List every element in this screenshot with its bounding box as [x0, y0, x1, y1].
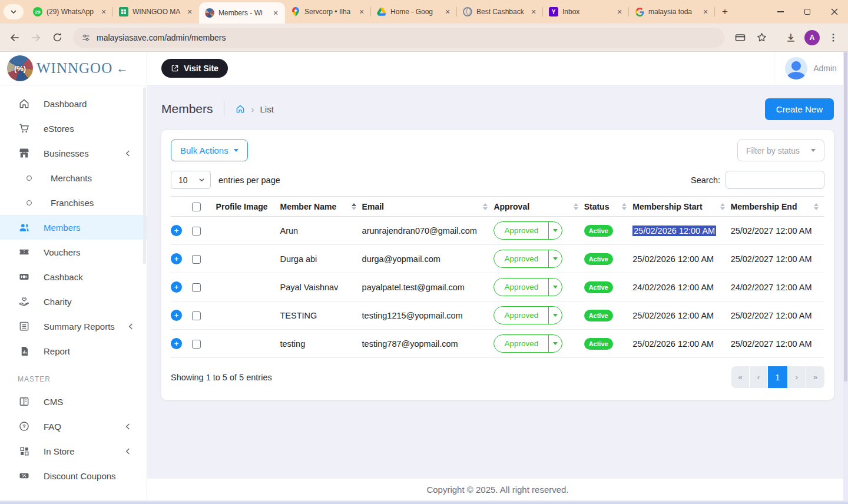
sidebar-item-summary-reports[interactable]: Summary Reports: [0, 314, 147, 339]
sidebar-scrollbar[interactable]: [143, 87, 146, 264]
sidebar-item-members[interactable]: Members: [0, 215, 147, 240]
tab-drive[interactable]: Home - Goog ✕: [371, 2, 457, 22]
sidebar-item-charity[interactable]: Charity: [0, 289, 147, 314]
logo[interactable]: (%) WINNGOO ←: [0, 52, 147, 85]
tab-maps[interactable]: Servcorp • Ilha ✕: [285, 2, 371, 22]
col-status[interactable]: Status: [584, 197, 633, 217]
admin-menu[interactable]: Admin: [774, 52, 848, 85]
membership-start-cell: 24/02/2026 12:00 AM: [632, 273, 730, 301]
tab-google[interactable]: malaysia toda ✕: [629, 2, 715, 22]
row-checkbox[interactable]: [192, 283, 201, 292]
approval-split-button[interactable]: Approved: [493, 250, 562, 268]
approval-split-button[interactable]: Approved: [493, 334, 562, 353]
bookmark-star-icon[interactable]: [753, 29, 770, 47]
sidebar-item-merchants[interactable]: Merchants: [0, 165, 147, 190]
approval-dropdown-toggle[interactable]: [548, 278, 562, 296]
window-minimize-button[interactable]: [767, 0, 794, 24]
close-icon[interactable]: ✕: [529, 7, 538, 16]
approval-dropdown-toggle[interactable]: [548, 335, 562, 352]
col-email[interactable]: Email: [362, 197, 494, 217]
tab-whatsapp[interactable]: 29 (29) WhatsApp ✕: [27, 2, 113, 22]
member-name-cell: TESTING: [280, 301, 362, 330]
approval-split-button[interactable]: Approved: [493, 306, 562, 324]
address-bar[interactable]: malaysiasave.com/admin/members: [73, 28, 724, 48]
collapse-sidebar-arrow-icon[interactable]: ←: [116, 62, 128, 74]
browser-profile-avatar[interactable]: A: [803, 29, 821, 47]
expand-row-button[interactable]: +: [171, 281, 182, 293]
close-icon[interactable]: ✕: [185, 7, 194, 16]
pagination-page-1-button[interactable]: 1: [768, 366, 788, 388]
col-member-name[interactable]: Member Name: [280, 197, 362, 217]
tab-search-button[interactable]: [4, 4, 24, 19]
tab-members-active[interactable]: Members - Wi ✕: [199, 2, 285, 24]
pagination-next-button[interactable]: ›: [788, 366, 806, 388]
new-tab-button[interactable]: +: [717, 4, 733, 19]
row-checkbox[interactable]: [192, 255, 201, 264]
forward-button[interactable]: [27, 29, 45, 47]
entries-per-page-select[interactable]: 10: [171, 171, 211, 189]
visit-site-button[interactable]: Visit Site: [161, 59, 228, 78]
sidebar-item-franchises[interactable]: Franchises: [0, 190, 147, 215]
sidebar-item-businesses[interactable]: Businesses: [0, 141, 147, 165]
tab-cashback[interactable]: Best Cashback ✕: [457, 2, 543, 22]
bulk-actions-button[interactable]: Bulk Actions: [171, 140, 248, 161]
pagination-prev-button[interactable]: ‹: [750, 366, 768, 388]
sidebar-item-vouchers[interactable]: Vouchers: [0, 240, 147, 264]
sort-icon[interactable]: [569, 203, 578, 210]
sidebar-item-cashback[interactable]: Cashback: [0, 264, 147, 289]
pagination-first-button[interactable]: «: [731, 366, 750, 388]
approval-dropdown-toggle[interactable]: [548, 307, 562, 324]
content-area: Members › List Create New Bulk Actions F: [147, 85, 848, 478]
pagination-last-button[interactable]: »: [806, 366, 824, 388]
payment-methods-icon[interactable]: [731, 29, 749, 47]
reload-button[interactable]: [48, 29, 66, 47]
window-close-button[interactable]: [821, 0, 848, 24]
approval-dropdown-toggle[interactable]: [548, 250, 562, 267]
row-checkbox[interactable]: [192, 311, 201, 320]
col-membership-start[interactable]: Membership Start: [632, 197, 730, 217]
expand-row-button[interactable]: +: [171, 338, 182, 349]
close-icon[interactable]: ✕: [615, 7, 624, 16]
sidebar-item-dashboard[interactable]: Dashboard: [0, 91, 147, 116]
sort-icon[interactable]: [617, 203, 627, 210]
col-membership-end[interactable]: Membership End: [731, 197, 824, 217]
select-all-checkbox[interactable]: [192, 203, 201, 211]
close-icon[interactable]: ✕: [99, 7, 108, 16]
breadcrumb-home-icon[interactable]: [235, 104, 246, 114]
close-icon[interactable]: ✕: [701, 7, 710, 16]
close-icon[interactable]: ✕: [357, 7, 366, 16]
row-checkbox[interactable]: [192, 227, 201, 236]
col-approval[interactable]: Approval: [493, 197, 584, 217]
row-checkbox[interactable]: [192, 340, 201, 349]
expand-row-button[interactable]: +: [171, 225, 182, 236]
sort-icon[interactable]: [716, 203, 725, 210]
filter-by-status-select[interactable]: Filter by status: [737, 140, 824, 161]
create-new-button[interactable]: Create New: [765, 98, 834, 120]
sidebar-item-estores[interactable]: eStores: [0, 116, 147, 141]
approval-dropdown-toggle[interactable]: [548, 222, 562, 239]
download-icon[interactable]: [782, 29, 800, 47]
expand-row-button[interactable]: +: [171, 253, 182, 264]
close-icon[interactable]: ✕: [271, 8, 280, 18]
sidebar-item-discount-coupons[interactable]: Discount Coupons: [0, 463, 147, 488]
tab-inbox[interactable]: Y Inbox ✕: [543, 2, 629, 22]
caret-down-icon: [553, 286, 558, 289]
sidebar-item-faq[interactable]: ? FAQ: [0, 414, 147, 439]
sidebar-item-report[interactable]: Report: [0, 339, 147, 363]
expand-row-button[interactable]: +: [171, 310, 182, 321]
close-icon[interactable]: ✕: [443, 7, 452, 16]
sidebar-item-cms[interactable]: CMS: [0, 389, 147, 414]
back-button[interactable]: [6, 29, 24, 47]
window-maximize-button[interactable]: [794, 0, 821, 24]
scrollbar-thumb[interactable]: [844, 52, 847, 382]
sidebar-item-in-store[interactable]: In Store: [0, 439, 147, 463]
sort-icon[interactable]: [347, 203, 356, 210]
sort-icon[interactable]: [809, 203, 819, 210]
approval-split-button[interactable]: Approved: [493, 278, 562, 296]
search-input[interactable]: [726, 171, 824, 189]
tab-sheets[interactable]: WINNGOO MA ✕: [113, 2, 199, 22]
approval-split-button[interactable]: Approved: [493, 221, 562, 240]
sort-icon[interactable]: [478, 203, 488, 210]
page-scrollbar[interactable]: [843, 52, 848, 500]
browser-menu-kebab-icon[interactable]: ⋮: [824, 29, 842, 47]
